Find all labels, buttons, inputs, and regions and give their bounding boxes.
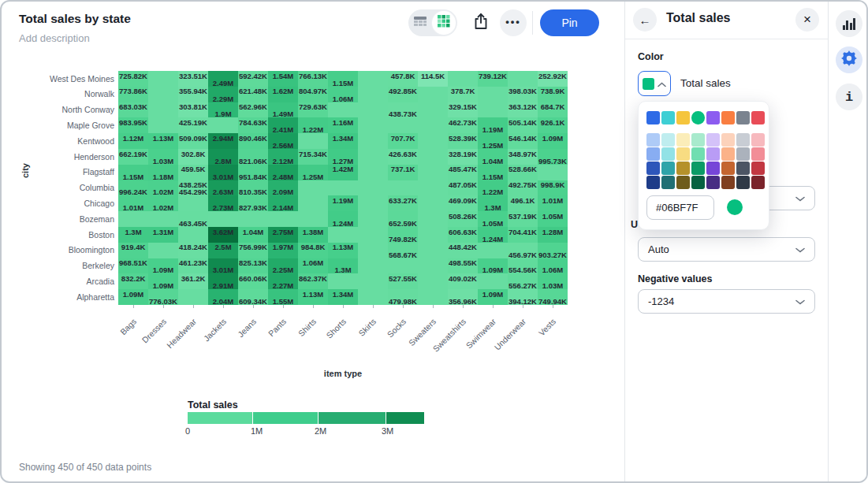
palette-swatch[interactable] xyxy=(661,133,675,147)
palette-swatch[interactable] xyxy=(676,176,690,189)
heatmap-cell[interactable] xyxy=(178,289,208,305)
heatmap-cell[interactable] xyxy=(178,227,208,243)
heatmap-cell[interactable] xyxy=(418,165,448,180)
heatmap-cell[interactable] xyxy=(178,195,208,211)
palette-swatch[interactable] xyxy=(646,147,660,161)
heatmap-cell[interactable] xyxy=(298,211,328,227)
palette-swatch[interactable] xyxy=(691,162,705,175)
palette-swatch[interactable] xyxy=(646,133,660,147)
heatmap-cell[interactable] xyxy=(478,102,508,118)
palette-swatch[interactable] xyxy=(721,162,735,175)
palette-swatch[interactable] xyxy=(751,162,765,175)
heatmap-cell[interactable] xyxy=(328,273,358,289)
heatmap-cell[interactable] xyxy=(118,211,148,227)
heatmap-cell[interactable] xyxy=(418,117,448,133)
chart-type-button[interactable] xyxy=(836,10,862,37)
palette-swatch[interactable] xyxy=(721,147,735,161)
heatmap-cell[interactable] xyxy=(238,211,268,227)
palette-swatch[interactable] xyxy=(691,147,705,161)
heatmap-cell[interactable] xyxy=(478,87,508,102)
heatmap-cell[interactable] xyxy=(358,273,388,289)
heatmap-cell[interactable] xyxy=(478,243,508,258)
heatmap-cell[interactable] xyxy=(388,117,418,133)
hex-color-input[interactable]: #06BF7F xyxy=(646,195,714,220)
settings-button-active[interactable] xyxy=(836,46,862,73)
heatmap-cell[interactable] xyxy=(358,102,388,118)
heatmap-view-button[interactable] xyxy=(432,11,456,35)
heatmap-cell[interactable] xyxy=(538,165,568,180)
heatmap-cell[interactable] xyxy=(358,71,388,87)
heatmap-cell[interactable] xyxy=(448,71,478,87)
color-swatch-dropdown[interactable] xyxy=(638,71,671,96)
palette-swatch[interactable] xyxy=(721,133,735,147)
palette-swatch[interactable] xyxy=(661,162,675,175)
heatmap-cell[interactable] xyxy=(328,227,358,243)
negative-values-dropdown[interactable]: -1234 xyxy=(638,289,815,314)
heatmap-cell[interactable] xyxy=(268,211,298,227)
heatmap-cell[interactable] xyxy=(358,243,388,258)
heatmap-cell[interactable] xyxy=(358,180,388,196)
heatmap-cell[interactable] xyxy=(418,87,448,102)
palette-swatch[interactable] xyxy=(706,176,720,189)
heatmap-cell[interactable] xyxy=(418,243,448,258)
heatmap-cell[interactable] xyxy=(508,71,538,87)
heatmap-cell[interactable] xyxy=(388,180,418,196)
palette-swatch[interactable] xyxy=(736,176,750,189)
heatmap-cell[interactable] xyxy=(358,227,388,243)
info-button[interactable]: i xyxy=(836,84,862,110)
heatmap-cell[interactable] xyxy=(418,258,448,274)
heatmap-cell[interactable] xyxy=(418,149,448,165)
heatmap-cell[interactable] xyxy=(358,133,388,149)
heatmap-cell[interactable] xyxy=(418,133,448,149)
heatmap-cell[interactable] xyxy=(418,211,448,227)
heatmap-cell[interactable] xyxy=(358,117,388,133)
share-button[interactable] xyxy=(470,12,492,34)
heatmap-cell[interactable] xyxy=(358,195,388,211)
pin-button[interactable]: Pin xyxy=(540,9,599,36)
heatmap-cell[interactable] xyxy=(418,227,448,243)
palette-swatch[interactable] xyxy=(736,162,750,175)
heatmap-cell[interactable] xyxy=(418,195,448,211)
heatmap-cell[interactable] xyxy=(418,102,448,118)
palette-swatch[interactable] xyxy=(661,147,675,161)
heatmap-cell[interactable] xyxy=(148,71,178,87)
palette-swatch[interactable] xyxy=(646,162,660,175)
heatmap-cell[interactable] xyxy=(298,133,328,149)
palette-swatch[interactable] xyxy=(646,111,660,124)
palette-swatch[interactable] xyxy=(721,176,735,189)
description-placeholder[interactable]: Add description xyxy=(19,32,90,44)
heatmap-cell[interactable] xyxy=(358,258,388,274)
heatmap-cell[interactable] xyxy=(208,117,238,133)
heatmap-cell[interactable] xyxy=(418,273,448,289)
heatmap-cell[interactable] xyxy=(298,180,328,196)
heatmap-cell[interactable] xyxy=(358,87,388,102)
palette-swatch[interactable] xyxy=(706,162,720,175)
palette-swatch[interactable] xyxy=(676,133,690,147)
palette-swatch[interactable] xyxy=(751,176,765,189)
palette-swatch[interactable] xyxy=(691,176,705,189)
heatmap-cell[interactable] xyxy=(148,243,178,258)
heatmap-cell[interactable] xyxy=(358,149,388,165)
heatmap-cell[interactable] xyxy=(418,180,448,196)
palette-swatch[interactable] xyxy=(751,133,765,147)
heatmap-cell[interactable] xyxy=(148,87,178,102)
palette-swatch[interactable] xyxy=(751,111,765,124)
heatmap-cell[interactable] xyxy=(418,289,448,305)
palette-swatch[interactable] xyxy=(706,147,720,161)
palette-swatch[interactable] xyxy=(751,147,765,161)
palette-swatch[interactable] xyxy=(676,111,690,124)
palette-swatch[interactable] xyxy=(691,133,705,147)
heatmap-cell[interactable] xyxy=(298,195,328,211)
palette-swatch[interactable] xyxy=(736,133,750,147)
heatmap-cell[interactable] xyxy=(358,165,388,180)
heatmap-cell[interactable] xyxy=(358,211,388,227)
heatmap-cell[interactable] xyxy=(148,117,178,133)
palette-swatch[interactable] xyxy=(706,133,720,147)
palette-swatch[interactable] xyxy=(661,176,675,189)
palette-swatch[interactable] xyxy=(661,111,675,124)
more-options-button[interactable]: ••• xyxy=(500,9,527,36)
format-dropdown[interactable]: Auto xyxy=(638,237,815,262)
palette-swatch[interactable] xyxy=(691,111,705,124)
palette-swatch[interactable] xyxy=(721,111,735,124)
heatmap-cell[interactable] xyxy=(328,102,358,118)
